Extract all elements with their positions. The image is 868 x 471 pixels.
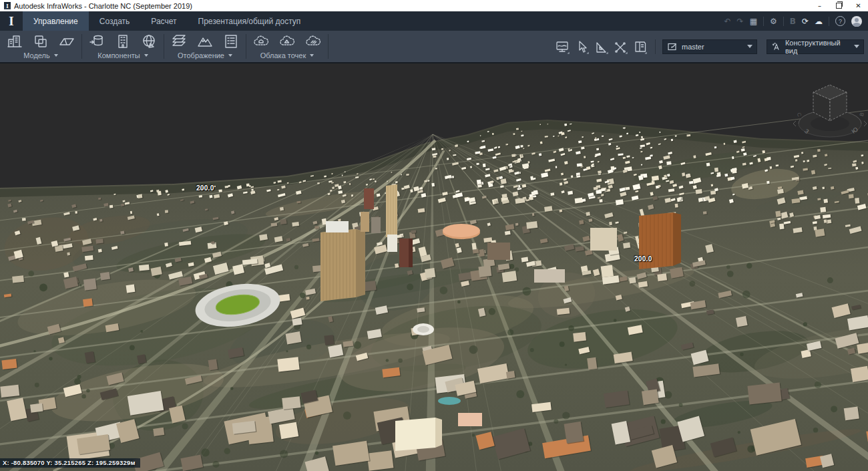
user-avatar[interactable] [851, 16, 862, 27]
proposal-value: master [682, 43, 704, 51]
screen-settings-tool[interactable] [553, 38, 571, 55]
layout-panels-icon[interactable]: ▦ [750, 17, 757, 25]
app-window: { "window": { "title": "Autodesk InfraWo… [0, 0, 868, 471]
chevron-down-icon [854, 45, 859, 51]
measure-tool[interactable] [592, 38, 610, 55]
group-label-text: Отображение [178, 51, 224, 59]
tab-present-share[interactable]: Презентация/общий доступ [188, 11, 312, 31]
app-logo-icon: I [4, 2, 11, 9]
settings-gear-icon[interactable]: ⚙ [770, 17, 777, 25]
chevron-down-icon [54, 54, 58, 59]
sync-icon[interactable]: ⟳ [802, 17, 809, 25]
viewport-3d[interactable]: З Ю В С 200.0 200.0 X: -80.835070 Y: 35.… [0, 63, 868, 471]
ribbon-toolbar: Модель Компоненты [0, 31, 868, 63]
ribbon-right-tools: master Конструктивный вид [553, 31, 868, 62]
group-label-model[interactable]: Модель [5, 51, 77, 62]
visual-style-icon [771, 41, 781, 52]
title-bar: I Autodesk InfraWorks - Charlotte NC (Se… [0, 0, 868, 11]
ribbon-tab-bar: I Управление Создать Расчет Презентация/… [0, 11, 868, 31]
separator [829, 17, 829, 26]
quick-access-toolbar: ↶ ↷ ▦ ⚙ B ⟳ ☁ ? [724, 11, 868, 31]
separator [763, 17, 764, 26]
restore-button[interactable] [829, 0, 849, 11]
feature-list-icon[interactable] [221, 33, 241, 51]
ribbon-group-components: Компоненты [82, 31, 164, 62]
group-label-text: Облака точек [260, 51, 306, 59]
chevron-down-icon [144, 54, 148, 59]
point-cloud-terrain-icon[interactable] [277, 33, 297, 51]
group-label-text: Компоненты [97, 51, 140, 59]
ribbon-group-pointclouds: Облака точек [246, 31, 328, 62]
duplicate-model-icon[interactable] [31, 33, 51, 51]
view-style-value: Конструктивный вид [785, 39, 850, 55]
model-buildings-icon[interactable] [5, 33, 25, 51]
tab-manage[interactable]: Управление [23, 11, 89, 31]
separator [328, 34, 329, 59]
tab-analyze[interactable]: Расчет [140, 11, 187, 31]
building-facade-icon[interactable] [113, 33, 133, 51]
terrain-theme-icon[interactable] [195, 33, 215, 51]
proposal-dropdown[interactable]: master [662, 39, 757, 54]
coordinate-readout: X: -80.835070 Y: 35.215265 Z: 195.259329… [0, 458, 140, 468]
surface-icon[interactable] [57, 33, 77, 51]
city-model-scene[interactable]: З Ю В С [0, 63, 868, 471]
redo-icon[interactable]: ↷ [737, 17, 744, 25]
group-label-components[interactable]: Компоненты [87, 51, 159, 62]
elevation-contour-label: 200.0 [196, 184, 214, 192]
storyboard-tool[interactable] [630, 38, 648, 55]
chevron-down-icon [228, 54, 232, 59]
chevron-down-icon [310, 54, 314, 59]
elevation-contour-label: 200.0 [634, 255, 652, 263]
point-cloud-house-icon[interactable] [251, 33, 271, 51]
point-cloud-hatch-icon[interactable] [303, 33, 323, 51]
ribbon-group-model: Модель [0, 31, 81, 62]
infraworks-logo-icon[interactable]: I [0, 11, 23, 31]
cloud-model-icon[interactable]: ☁ [815, 17, 823, 25]
data-source-icon[interactable] [87, 33, 107, 51]
separator [783, 17, 784, 26]
proposal-icon [667, 41, 678, 52]
group-label-pointclouds[interactable]: Облака точек [251, 51, 323, 62]
separator [655, 39, 656, 54]
view-style-dropdown[interactable]: Конструктивный вид [767, 39, 864, 54]
select-tool[interactable] [572, 38, 590, 55]
restore-icon [836, 3, 842, 9]
globe-network-icon[interactable] [139, 33, 159, 51]
group-label-display[interactable]: Отображение [169, 51, 241, 62]
cross-section-tool[interactable] [611, 38, 629, 55]
group-label-text: Модель [23, 51, 49, 59]
undo-icon[interactable]: ↶ [724, 17, 731, 25]
chevron-down-icon [747, 45, 752, 51]
help-icon[interactable]: ? [835, 16, 845, 26]
ribbon-group-display: Отображение [164, 31, 246, 62]
tab-create[interactable]: Создать [89, 11, 141, 31]
window-title: Autodesk InfraWorks - Charlotte NC (Sept… [14, 2, 192, 10]
layers-icon[interactable] [169, 33, 189, 51]
minimize-button[interactable]: – [810, 0, 829, 11]
close-button[interactable]: ✕ [849, 0, 868, 11]
bing-maps-icon[interactable]: B [790, 17, 796, 25]
